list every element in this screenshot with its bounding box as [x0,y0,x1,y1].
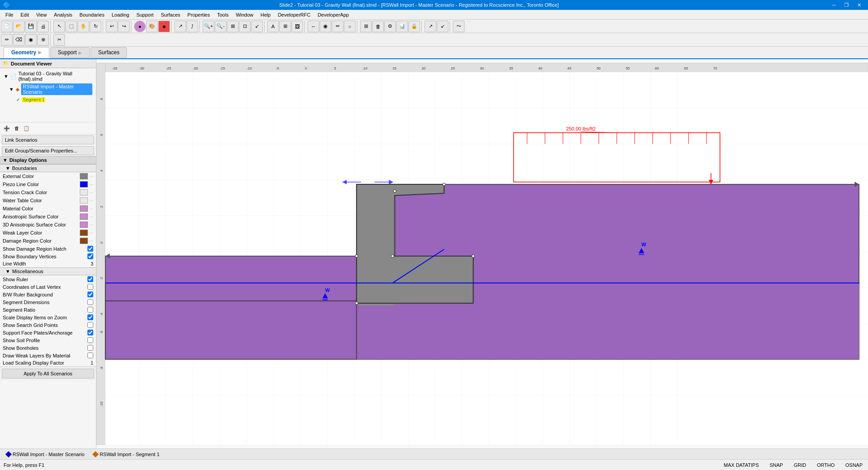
menu-edit[interactable]: Edit [17,11,33,18]
tension-color-swatch[interactable] [80,189,88,196]
show-search-grid-checkbox[interactable] [87,322,93,328]
menu-view[interactable]: View [33,11,51,18]
settings-button[interactable]: ⚙ [384,21,396,32]
bw-ruler-checkbox[interactable] [87,292,93,297]
material-colors-button[interactable]: ● [134,21,146,32]
symbol-button[interactable]: ◉ [320,21,331,32]
coords-last-vertex-checkbox[interactable] [87,284,93,290]
external-color-swatch[interactable] [80,173,88,179]
menu-window[interactable]: Window [232,11,257,18]
grid-button[interactable]: ⊞ [360,21,372,32]
misc-section-header[interactable]: ▼ Miscellaneous [0,267,96,275]
export-button[interactable]: ↗ [425,21,436,32]
copy-scenario-button[interactable]: 📋 [22,123,31,133]
segment-dimensions-checkbox[interactable] [87,299,93,305]
menu-tools[interactable]: Tools [213,11,232,18]
table-button[interactable]: ⊞ [279,21,291,32]
show-damage-hatch-checkbox[interactable] [87,246,93,252]
image-button[interactable]: 🖼 [291,21,303,32]
status-osnap[interactable]: OSNAP [843,462,864,468]
wave-button[interactable]: 〜 [453,21,464,32]
delete-scenario-button[interactable]: 🗑 [12,123,22,133]
anisotropic-color-dots[interactable]: ··· [90,214,93,219]
piezo-color-dots[interactable]: ··· [90,182,93,187]
restore-button[interactable]: ❐ [840,0,853,10]
zoom-in-button[interactable]: 🔍+ [203,21,214,32]
close-button[interactable]: ✕ [853,0,865,10]
draw-button[interactable]: ✏ [1,34,13,46]
undo-button[interactable]: ↩ [106,21,117,32]
link-scenarios-button[interactable]: Link Scenarios [2,135,94,144]
menu-boundaries[interactable]: Boundaries [76,11,108,18]
material-color-dots[interactable]: ··· [90,206,93,211]
damage-color-swatch[interactable] [80,238,88,244]
water-table-color-swatch[interactable] [80,197,88,204]
show-boreholes-checkbox[interactable] [87,345,93,351]
aniso3d-color-swatch[interactable] [80,222,88,228]
tree-segment[interactable]: ✓ Segment 1 [2,96,94,104]
show-soil-profile-checkbox[interactable] [87,337,93,343]
menu-analysis[interactable]: Analysis [50,11,76,18]
redo-button[interactable]: ↪ [118,21,130,32]
save-button[interactable]: 💾 [25,21,37,32]
stop-button[interactable]: ■ [158,21,170,32]
print-button[interactable]: 🖨 [37,21,49,32]
pen-button[interactable]: ✏ [332,21,343,32]
pan-button[interactable]: ✋ [78,21,89,32]
vertex-button[interactable]: ◉ [25,34,37,46]
menu-loading[interactable]: Loading [108,11,133,18]
scissors-button[interactable]: ✂ [53,34,65,46]
zoom-prev-button[interactable]: ↙ [251,21,263,32]
lock-button[interactable]: 🔒 [408,21,420,32]
bar-chart-button[interactable]: 📊 [396,21,408,32]
tension-color-dots[interactable]: ··· [90,190,93,195]
anisotropic-color-swatch[interactable] [80,213,88,220]
tree-scenario[interactable]: ▼ ◆ RSWall Import - Master Scenario [2,83,94,96]
menu-developerrfc[interactable]: DeveloperRFC [274,11,314,18]
menu-surfaces[interactable]: Surfaces [157,11,184,18]
water-table-color-dots[interactable]: ··· [90,198,93,203]
pointer-button[interactable]: ⤴ [187,21,198,32]
weak-layer-color-swatch[interactable] [80,230,88,236]
new-button[interactable]: 📄 [1,21,13,32]
external-color-dots[interactable]: ··· [90,174,93,179]
scale-display-checkbox[interactable] [87,314,93,320]
eraser-button[interactable]: ⌫ [13,34,25,46]
segment-tab-master[interactable]: RSWall Import - Master Scenario [4,451,87,458]
tab-geometry[interactable]: Geometry ▶ [4,47,49,58]
tree-root[interactable]: ▼ 📄 Tutorial 03 - Gravity Wall (final).s… [2,70,94,83]
trash-button[interactable]: 🗑 [372,21,384,32]
zoom-fit-button[interactable]: ⊡ [239,21,251,32]
menu-file[interactable]: File [2,11,17,18]
apply-to-all-button[interactable]: Apply To All Scenarios [2,369,94,379]
status-ortho[interactable]: ORTHO [815,462,837,468]
move-vertex-button[interactable]: ⊕ [37,34,49,46]
support-face-checkbox[interactable] [87,330,93,335]
minimize-button[interactable]: ─ [828,0,840,10]
import-button[interactable]: ↙ [437,21,448,32]
draw-weak-layers-checkbox[interactable] [87,352,93,358]
show-ruler-checkbox[interactable] [87,276,93,282]
piezo-color-swatch[interactable] [80,181,88,187]
menu-help[interactable]: Help [257,11,274,18]
fill-button[interactable]: 🎨 [146,21,158,32]
tab-support[interactable]: Support ▶ [50,47,90,58]
rotate-button[interactable]: ↻ [90,21,101,32]
canvas-area[interactable]: -35 -30 -25 -20 -15 -10 -5 0 5 10 15 20 … [96,59,868,448]
status-snap[interactable]: SNAP [768,462,785,468]
material-color-swatch[interactable] [80,205,88,212]
zoom-all-button[interactable]: ⊞ [227,21,239,32]
dimension-button[interactable]: ↔ [308,21,319,32]
aniso3d-color-dots[interactable]: ··· [90,222,93,227]
edit-group-button[interactable]: Edit Group/Scenario Properties... [2,146,94,155]
circle-button[interactable]: ○ [344,21,356,32]
zoom-out-button[interactable]: 🔍- [215,21,226,32]
text-button[interactable]: A [267,21,279,32]
show-boundary-vertices-checkbox[interactable] [87,253,93,259]
add-scenario-button[interactable]: ➕ [2,123,12,133]
weak-layer-color-dots[interactable]: ··· [90,231,93,235]
tab-surfaces[interactable]: Surfaces [91,47,127,58]
status-grid[interactable]: GRID [792,462,808,468]
open-button[interactable]: 📂 [13,21,25,32]
zoom-window-button[interactable]: ⬚ [65,21,77,32]
